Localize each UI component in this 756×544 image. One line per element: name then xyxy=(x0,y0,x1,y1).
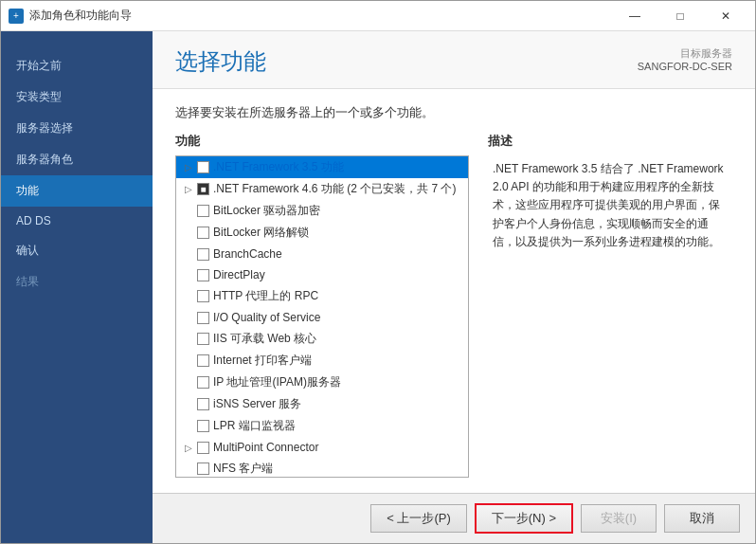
target-server-label: 目标服务器 xyxy=(638,46,732,61)
feature-checkbox[interactable] xyxy=(197,205,209,217)
feature-label: IP 地址管理(IPAM)服务器 xyxy=(213,374,341,390)
feature-checkbox[interactable] xyxy=(197,161,209,173)
feature-label: HTTP 代理上的 RPC xyxy=(213,288,318,304)
expand-icon: ▷ xyxy=(182,376,195,390)
feature-checkbox[interactable] xyxy=(197,248,209,261)
target-server-name: SANGFOR-DC-SER xyxy=(638,61,732,72)
feature-checkbox[interactable] xyxy=(197,269,209,281)
sidebar-item-adds[interactable]: AD DS xyxy=(1,207,153,235)
desc-column: 描述 .NET Framework 3.5 结合了 .NET Framework… xyxy=(488,133,732,478)
list-item[interactable]: ▷ IP 地址管理(IPAM)服务器 xyxy=(176,372,468,393)
feature-label: BitLocker 网络解锁 xyxy=(213,225,309,241)
list-item[interactable]: ▷ ■ .NET Framework 4.6 功能 (2 个已安装，共 7 个) xyxy=(176,178,468,200)
feature-label: BranchCache xyxy=(213,247,282,261)
expand-icon: ▷ xyxy=(182,205,195,218)
install-button[interactable]: 安装(I) xyxy=(581,504,657,533)
list-item[interactable]: ▷ DirectPlay xyxy=(176,264,468,285)
page-body: 选择要安装在所选服务器上的一个或多个功能。 功能 ▷ .NET Framew xyxy=(153,89,755,493)
expand-icon[interactable]: ▷ xyxy=(182,183,195,196)
list-item[interactable]: ▷ BitLocker 驱动器加密 xyxy=(176,200,468,222)
expand-icon: ▷ xyxy=(182,268,195,281)
list-item[interactable]: ▷ .NET Framework 3.5 功能 xyxy=(176,156,468,178)
list-item[interactable]: ▷ I/O Quality of Service xyxy=(176,307,468,328)
feature-checkbox[interactable] xyxy=(197,442,209,454)
expand-icon: ▷ xyxy=(182,398,195,411)
columns-container: 功能 ▷ .NET Framework 3.5 功能 xyxy=(175,133,732,478)
sidebar-item-feature[interactable]: 功能 xyxy=(1,175,153,207)
list-item[interactable]: ▷ MultiPoint Connector xyxy=(176,437,468,458)
list-item[interactable]: ▷ HTTP 代理上的 RPC xyxy=(176,285,468,307)
expand-icon: ▷ xyxy=(182,462,195,476)
list-item[interactable]: ▷ BitLocker 网络解锁 xyxy=(176,222,468,244)
expand-icon[interactable]: ▷ xyxy=(182,161,195,174)
expand-icon: ▷ xyxy=(182,420,195,433)
feature-column: 功能 ▷ .NET Framework 3.5 功能 xyxy=(175,133,469,478)
description-text: .NET Framework 3.5 结合了 .NET Framework 2.… xyxy=(488,155,732,256)
window-controls: — □ ✕ xyxy=(613,1,747,31)
feature-checkbox[interactable] xyxy=(197,312,209,324)
list-item[interactable]: ▷ NFS 客户端 xyxy=(176,458,468,478)
expand-icon: ▷ xyxy=(182,311,195,324)
expand-icon: ▷ xyxy=(182,290,195,303)
list-item[interactable]: ▷ IIS 可承载 Web 核心 xyxy=(176,328,468,350)
list-item[interactable]: ▷ Internet 打印客户端 xyxy=(176,350,468,372)
expand-icon: ▷ xyxy=(182,333,195,346)
feature-checkbox[interactable] xyxy=(197,227,209,239)
next-button[interactable]: 下一步(N) > xyxy=(475,503,573,534)
expand-icon: ▷ xyxy=(182,354,195,368)
feature-label: LPR 端口监视器 xyxy=(213,418,296,434)
feature-checkbox[interactable] xyxy=(197,376,209,389)
feature-checkbox[interactable] xyxy=(197,290,209,302)
sidebar: 开始之前 安装类型 服务器选择 服务器角色 功能 AD DS 确认 结果 xyxy=(1,31,153,543)
maximize-button[interactable]: □ xyxy=(658,1,702,31)
feature-checkbox[interactable] xyxy=(197,462,209,475)
cancel-button[interactable]: 取消 xyxy=(664,504,740,533)
expand-icon: ▷ xyxy=(182,247,195,261)
expand-icon: ▷ xyxy=(182,227,195,240)
feature-label: .NET Framework 3.5 功能 xyxy=(213,159,344,175)
sidebar-item-server-select[interactable]: 服务器选择 xyxy=(1,113,153,144)
feature-label: IIS 可承载 Web 核心 xyxy=(213,331,316,347)
expand-icon[interactable]: ▷ xyxy=(182,441,195,454)
feature-label: DirectPlay xyxy=(213,268,265,281)
prev-button[interactable]: < 上一步(P) xyxy=(370,504,467,533)
feature-label: I/O Quality of Service xyxy=(213,311,320,324)
feature-checkbox[interactable] xyxy=(197,333,209,345)
sidebar-item-install-type[interactable]: 安装类型 xyxy=(1,82,153,113)
app-icon: + xyxy=(9,9,24,24)
feature-label: NFS 客户端 xyxy=(213,461,273,477)
feature-list-container[interactable]: ▷ .NET Framework 3.5 功能 ▷ ■ .NET Framewo… xyxy=(175,155,469,478)
list-item[interactable]: ▷ BranchCache xyxy=(176,244,468,264)
footer: < 上一步(P) 下一步(N) > 安装(I) 取消 xyxy=(153,493,755,543)
feature-list: ▷ .NET Framework 3.5 功能 ▷ ■ .NET Framewo… xyxy=(176,156,468,478)
feature-label: Internet 打印客户端 xyxy=(213,353,312,369)
window-title: 添加角色和功能向导 xyxy=(29,8,613,24)
instruction-text: 选择要安装在所选服务器上的一个或多个功能。 xyxy=(175,104,732,121)
feature-label: iSNS Server 服务 xyxy=(213,396,301,412)
main-window: + 添加角色和功能向导 — □ ✕ 开始之前 安装类型 服务器选择 服务器角色 xyxy=(0,0,756,544)
feature-column-header: 功能 xyxy=(175,133,469,150)
close-button[interactable]: ✕ xyxy=(704,1,747,31)
sidebar-item-result: 结果 xyxy=(1,266,153,298)
title-bar: + 添加角色和功能向导 — □ ✕ xyxy=(1,1,755,31)
target-server-info: 目标服务器 SANGFOR-DC-SER xyxy=(638,46,732,72)
sidebar-item-confirm[interactable]: 确认 xyxy=(1,235,153,266)
feature-checkbox[interactable] xyxy=(197,354,209,367)
feature-label: MultiPoint Connector xyxy=(213,441,318,454)
list-item[interactable]: ▷ LPR 端口监视器 xyxy=(176,415,468,437)
main-content: 开始之前 安装类型 服务器选择 服务器角色 功能 AD DS 确认 结果 xyxy=(1,31,755,543)
list-item[interactable]: ▷ iSNS Server 服务 xyxy=(176,393,468,415)
feature-checkbox[interactable] xyxy=(197,420,209,432)
header-area: 选择功能 目标服务器 SANGFOR-DC-SER xyxy=(153,31,755,89)
page-title: 选择功能 xyxy=(175,46,266,77)
feature-label: BitLocker 驱动器加密 xyxy=(213,203,320,219)
minimize-button[interactable]: — xyxy=(613,1,657,31)
feature-checkbox[interactable] xyxy=(197,398,209,410)
feature-label: .NET Framework 4.6 功能 (2 个已安装，共 7 个) xyxy=(213,181,456,197)
content-area: 选择功能 目标服务器 SANGFOR-DC-SER 选择要安装在所选服务器上的一… xyxy=(153,31,755,543)
desc-column-header: 描述 xyxy=(488,133,732,150)
sidebar-item-start[interactable]: 开始之前 xyxy=(1,50,153,82)
sidebar-item-server-role[interactable]: 服务器角色 xyxy=(1,144,153,175)
feature-checkbox[interactable]: ■ xyxy=(197,183,209,195)
